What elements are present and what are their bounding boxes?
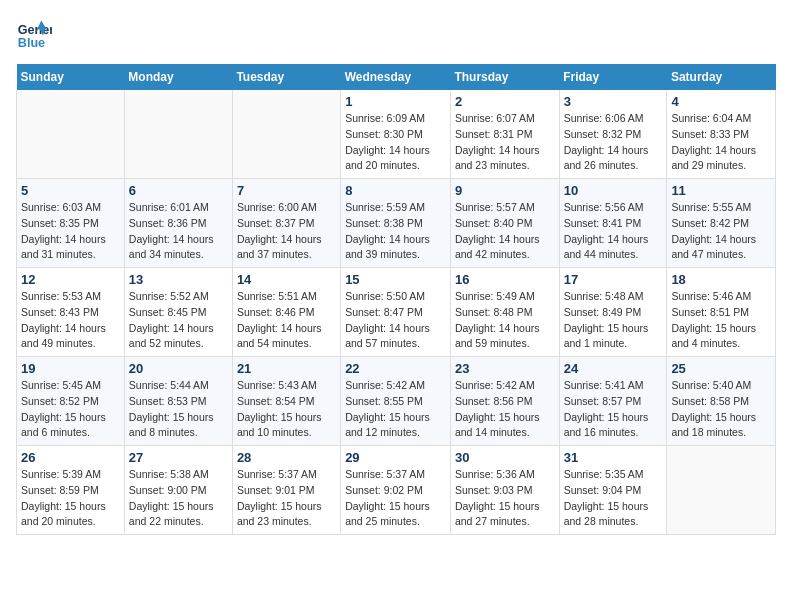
day-sun-info: Sunrise: 5:57 AMSunset: 8:40 PMDaylight:…: [455, 200, 555, 263]
day-sun-info: Sunrise: 5:37 AMSunset: 9:02 PMDaylight:…: [345, 467, 446, 530]
day-sun-info: Sunrise: 5:46 AMSunset: 8:51 PMDaylight:…: [671, 289, 771, 352]
cell-w3-d2: 13Sunrise: 5:52 AMSunset: 8:45 PMDayligh…: [124, 268, 232, 357]
cell-w3-d1: 12Sunrise: 5:53 AMSunset: 8:43 PMDayligh…: [17, 268, 125, 357]
day-sun-info: Sunrise: 5:36 AMSunset: 9:03 PMDaylight:…: [455, 467, 555, 530]
day-sun-info: Sunrise: 5:44 AMSunset: 8:53 PMDaylight:…: [129, 378, 228, 441]
day-sun-info: Sunrise: 5:39 AMSunset: 8:59 PMDaylight:…: [21, 467, 120, 530]
header-tuesday: Tuesday: [232, 64, 340, 90]
day-sun-info: Sunrise: 5:55 AMSunset: 8:42 PMDaylight:…: [671, 200, 771, 263]
day-number: 7: [237, 183, 336, 198]
day-sun-info: Sunrise: 5:35 AMSunset: 9:04 PMDaylight:…: [564, 467, 663, 530]
cell-w1-d7: 4Sunrise: 6:04 AMSunset: 8:33 PMDaylight…: [667, 90, 776, 179]
day-number: 28: [237, 450, 336, 465]
day-sun-info: Sunrise: 5:42 AMSunset: 8:56 PMDaylight:…: [455, 378, 555, 441]
week-row-3: 12Sunrise: 5:53 AMSunset: 8:43 PMDayligh…: [17, 268, 776, 357]
day-headers-row: SundayMondayTuesdayWednesdayThursdayFrid…: [17, 64, 776, 90]
cell-w4-d6: 24Sunrise: 5:41 AMSunset: 8:57 PMDayligh…: [559, 357, 667, 446]
day-number: 5: [21, 183, 120, 198]
day-sun-info: Sunrise: 5:37 AMSunset: 9:01 PMDaylight:…: [237, 467, 336, 530]
week-row-4: 19Sunrise: 5:45 AMSunset: 8:52 PMDayligh…: [17, 357, 776, 446]
logo-icon: General Blue: [16, 16, 52, 52]
cell-w3-d5: 16Sunrise: 5:49 AMSunset: 8:48 PMDayligh…: [450, 268, 559, 357]
cell-w1-d1: [17, 90, 125, 179]
day-sun-info: Sunrise: 6:03 AMSunset: 8:35 PMDaylight:…: [21, 200, 120, 263]
day-number: 20: [129, 361, 228, 376]
cell-w1-d3: [232, 90, 340, 179]
day-number: 11: [671, 183, 771, 198]
week-row-1: 1Sunrise: 6:09 AMSunset: 8:30 PMDaylight…: [17, 90, 776, 179]
header-friday: Friday: [559, 64, 667, 90]
day-sun-info: Sunrise: 6:00 AMSunset: 8:37 PMDaylight:…: [237, 200, 336, 263]
day-sun-info: Sunrise: 5:38 AMSunset: 9:00 PMDaylight:…: [129, 467, 228, 530]
day-number: 13: [129, 272, 228, 287]
cell-w3-d6: 17Sunrise: 5:48 AMSunset: 8:49 PMDayligh…: [559, 268, 667, 357]
day-number: 26: [21, 450, 120, 465]
cell-w5-d6: 31Sunrise: 5:35 AMSunset: 9:04 PMDayligh…: [559, 446, 667, 535]
cell-w2-d2: 6Sunrise: 6:01 AMSunset: 8:36 PMDaylight…: [124, 179, 232, 268]
day-number: 30: [455, 450, 555, 465]
cell-w1-d5: 2Sunrise: 6:07 AMSunset: 8:31 PMDaylight…: [450, 90, 559, 179]
header-saturday: Saturday: [667, 64, 776, 90]
day-sun-info: Sunrise: 5:50 AMSunset: 8:47 PMDaylight:…: [345, 289, 446, 352]
day-sun-info: Sunrise: 5:52 AMSunset: 8:45 PMDaylight:…: [129, 289, 228, 352]
cell-w4-d2: 20Sunrise: 5:44 AMSunset: 8:53 PMDayligh…: [124, 357, 232, 446]
cell-w2-d1: 5Sunrise: 6:03 AMSunset: 8:35 PMDaylight…: [17, 179, 125, 268]
calendar-table: SundayMondayTuesdayWednesdayThursdayFrid…: [16, 64, 776, 535]
day-number: 10: [564, 183, 663, 198]
day-number: 16: [455, 272, 555, 287]
cell-w2-d6: 10Sunrise: 5:56 AMSunset: 8:41 PMDayligh…: [559, 179, 667, 268]
cell-w1-d2: [124, 90, 232, 179]
cell-w3-d3: 14Sunrise: 5:51 AMSunset: 8:46 PMDayligh…: [232, 268, 340, 357]
day-number: 17: [564, 272, 663, 287]
cell-w1-d6: 3Sunrise: 6:06 AMSunset: 8:32 PMDaylight…: [559, 90, 667, 179]
day-sun-info: Sunrise: 5:41 AMSunset: 8:57 PMDaylight:…: [564, 378, 663, 441]
day-number: 1: [345, 94, 446, 109]
day-number: 24: [564, 361, 663, 376]
cell-w5-d1: 26Sunrise: 5:39 AMSunset: 8:59 PMDayligh…: [17, 446, 125, 535]
week-row-2: 5Sunrise: 6:03 AMSunset: 8:35 PMDaylight…: [17, 179, 776, 268]
header-wednesday: Wednesday: [341, 64, 451, 90]
cell-w4-d3: 21Sunrise: 5:43 AMSunset: 8:54 PMDayligh…: [232, 357, 340, 446]
cell-w2-d4: 8Sunrise: 5:59 AMSunset: 8:38 PMDaylight…: [341, 179, 451, 268]
day-sun-info: Sunrise: 6:09 AMSunset: 8:30 PMDaylight:…: [345, 111, 446, 174]
day-number: 14: [237, 272, 336, 287]
day-number: 9: [455, 183, 555, 198]
day-sun-info: Sunrise: 6:01 AMSunset: 8:36 PMDaylight:…: [129, 200, 228, 263]
day-sun-info: Sunrise: 5:43 AMSunset: 8:54 PMDaylight:…: [237, 378, 336, 441]
day-number: 21: [237, 361, 336, 376]
cell-w2-d7: 11Sunrise: 5:55 AMSunset: 8:42 PMDayligh…: [667, 179, 776, 268]
header-monday: Monday: [124, 64, 232, 90]
header: General Blue: [16, 16, 776, 52]
day-number: 3: [564, 94, 663, 109]
cell-w1-d4: 1Sunrise: 6:09 AMSunset: 8:30 PMDaylight…: [341, 90, 451, 179]
calendar-header: SundayMondayTuesdayWednesdayThursdayFrid…: [17, 64, 776, 90]
day-sun-info: Sunrise: 6:04 AMSunset: 8:33 PMDaylight:…: [671, 111, 771, 174]
cell-w4-d7: 25Sunrise: 5:40 AMSunset: 8:58 PMDayligh…: [667, 357, 776, 446]
cell-w2-d3: 7Sunrise: 6:00 AMSunset: 8:37 PMDaylight…: [232, 179, 340, 268]
cell-w2-d5: 9Sunrise: 5:57 AMSunset: 8:40 PMDaylight…: [450, 179, 559, 268]
day-number: 25: [671, 361, 771, 376]
day-number: 19: [21, 361, 120, 376]
day-number: 2: [455, 94, 555, 109]
day-sun-info: Sunrise: 6:07 AMSunset: 8:31 PMDaylight:…: [455, 111, 555, 174]
cell-w4-d1: 19Sunrise: 5:45 AMSunset: 8:52 PMDayligh…: [17, 357, 125, 446]
day-sun-info: Sunrise: 6:06 AMSunset: 8:32 PMDaylight:…: [564, 111, 663, 174]
day-sun-info: Sunrise: 5:59 AMSunset: 8:38 PMDaylight:…: [345, 200, 446, 263]
day-sun-info: Sunrise: 5:49 AMSunset: 8:48 PMDaylight:…: [455, 289, 555, 352]
day-sun-info: Sunrise: 5:40 AMSunset: 8:58 PMDaylight:…: [671, 378, 771, 441]
day-number: 29: [345, 450, 446, 465]
day-sun-info: Sunrise: 5:48 AMSunset: 8:49 PMDaylight:…: [564, 289, 663, 352]
header-thursday: Thursday: [450, 64, 559, 90]
day-sun-info: Sunrise: 5:51 AMSunset: 8:46 PMDaylight:…: [237, 289, 336, 352]
day-sun-info: Sunrise: 5:42 AMSunset: 8:55 PMDaylight:…: [345, 378, 446, 441]
day-number: 4: [671, 94, 771, 109]
day-number: 15: [345, 272, 446, 287]
day-number: 31: [564, 450, 663, 465]
day-number: 8: [345, 183, 446, 198]
cell-w4-d5: 23Sunrise: 5:42 AMSunset: 8:56 PMDayligh…: [450, 357, 559, 446]
cell-w5-d5: 30Sunrise: 5:36 AMSunset: 9:03 PMDayligh…: [450, 446, 559, 535]
header-sunday: Sunday: [17, 64, 125, 90]
week-row-5: 26Sunrise: 5:39 AMSunset: 8:59 PMDayligh…: [17, 446, 776, 535]
day-sun-info: Sunrise: 5:45 AMSunset: 8:52 PMDaylight:…: [21, 378, 120, 441]
calendar-body: 1Sunrise: 6:09 AMSunset: 8:30 PMDaylight…: [17, 90, 776, 535]
